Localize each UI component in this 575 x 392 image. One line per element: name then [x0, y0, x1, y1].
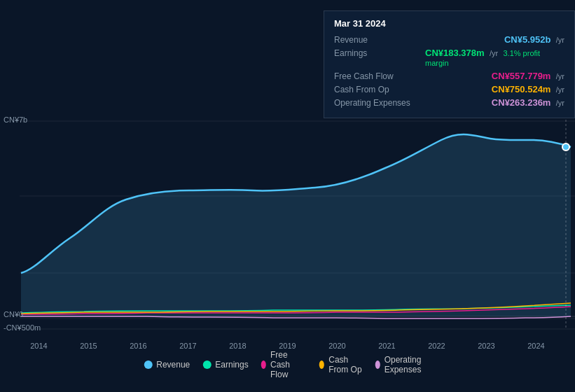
tooltip-cashop-value: CN¥750.524m: [492, 84, 551, 94]
tooltip-cashop-row: Cash From Op CN¥750.524m /yr: [334, 84, 564, 94]
y-label-bot: -CN¥500m: [4, 323, 41, 332]
x-label-2017: 2017: [179, 342, 196, 350]
tooltip-revenue-label: Revenue: [334, 35, 425, 45]
x-label-2020: 2020: [328, 342, 345, 350]
x-label-2015: 2015: [80, 342, 97, 350]
legend-fcf-dot: [261, 360, 266, 369]
tooltip-earnings-suffix: /yr: [490, 49, 498, 57]
tooltip-earnings-label: Earnings: [334, 48, 425, 58]
tooltip-opex-suffix: /yr: [556, 99, 564, 107]
legend-revenue-label: Revenue: [156, 360, 190, 370]
tooltip-revenue-value: CN¥5.952b: [504, 34, 550, 45]
x-label-2018: 2018: [229, 342, 246, 350]
x-label-2024: 2024: [527, 342, 544, 350]
tooltip-cashop-suffix: /yr: [556, 85, 564, 94]
x-label-2019: 2019: [279, 342, 296, 350]
x-label-2016: 2016: [130, 342, 146, 350]
legend-cashop[interactable]: Cash From Op: [319, 355, 362, 374]
legend-opex-label: Operating Expenses: [385, 355, 431, 374]
svg-point-8: [562, 144, 569, 150]
tooltip-opex-row: Operating Expenses CN¥263.236m /yr: [334, 97, 564, 108]
tooltip-fcf-value: CN¥557.779m: [492, 71, 551, 81]
y-label-top: CN¥7b: [4, 115, 27, 124]
legend-cashop-dot: [319, 360, 324, 369]
legend-earnings-dot: [202, 360, 211, 369]
legend-opex-dot: [375, 360, 380, 369]
legend-earnings-label: Earnings: [215, 360, 248, 370]
tooltip-revenue-row: Revenue CN¥5.952b /yr: [334, 34, 564, 45]
x-label-2023: 2023: [478, 342, 494, 350]
legend-revenue[interactable]: Revenue: [144, 360, 190, 370]
legend-cashop-label: Cash From Op: [328, 355, 362, 374]
tooltip-earnings-row: Earnings CN¥183.378m /yr 3.1% profit mar…: [334, 48, 564, 68]
chart-legend: Revenue Earnings Free Cash Flow Cash Fro…: [144, 350, 431, 379]
legend-opex[interactable]: Operating Expenses: [375, 355, 431, 374]
tooltip-date: Mar 31 2024: [334, 18, 564, 29]
tooltip-cashop-label: Cash From Op: [334, 85, 425, 94]
legend-fcf-label: Free Cash Flow: [270, 350, 307, 379]
y-label-mid: CN¥0: [4, 310, 23, 318]
tooltip-opex-value: CN¥263.236m: [492, 97, 551, 108]
tooltip-opex-label: Operating Expenses: [334, 98, 425, 108]
tooltip-fcf-suffix: /yr: [556, 72, 564, 80]
legend-earnings[interactable]: Earnings: [202, 360, 248, 370]
chart-container: CN¥7b CN¥0 -CN¥500m 2014 2015 2016 2017 …: [0, 0, 575, 392]
x-label-2021: 2021: [378, 342, 395, 350]
x-axis: 2014 2015 2016 2017 2018 2019 2020 2021 …: [0, 342, 575, 350]
legend-revenue-dot: [144, 360, 152, 369]
tooltip-fcf-label: Free Cash Flow: [334, 71, 425, 81]
tooltip-earnings-value: CN¥183.378m: [425, 48, 485, 58]
x-label-2022: 2022: [428, 342, 445, 350]
legend-fcf[interactable]: Free Cash Flow: [261, 350, 307, 379]
tooltip-panel: Mar 31 2024 Revenue CN¥5.952b /yr Earnin…: [324, 10, 575, 118]
tooltip-fcf-row: Free Cash Flow CN¥557.779m /yr: [334, 71, 564, 81]
tooltip-revenue-suffix: /yr: [556, 36, 564, 44]
x-label-2014: 2014: [30, 342, 47, 350]
